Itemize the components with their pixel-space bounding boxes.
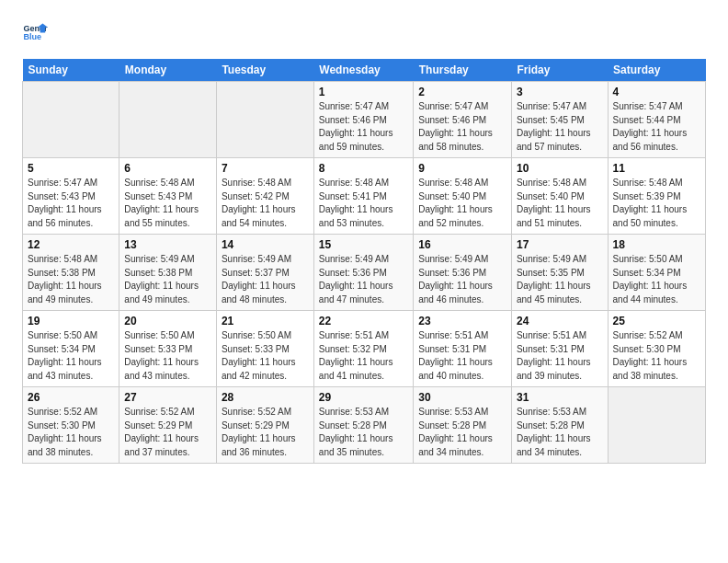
day-cell: 30Sunrise: 5:53 AM Sunset: 5:28 PM Dayli… (414, 387, 512, 464)
day-cell: 31Sunrise: 5:53 AM Sunset: 5:28 PM Dayli… (511, 387, 608, 464)
day-cell (608, 387, 705, 464)
day-cell: 25Sunrise: 5:52 AM Sunset: 5:30 PM Dayli… (608, 311, 705, 387)
day-number: 4 (613, 86, 700, 98)
day-number: 25 (613, 315, 700, 327)
day-number: 17 (517, 238, 603, 251)
day-cell: 29Sunrise: 5:53 AM Sunset: 5:28 PM Dayli… (313, 387, 413, 464)
day-info: Sunrise: 5:51 AM Sunset: 5:31 PM Dayligh… (418, 329, 506, 383)
day-info: Sunrise: 5:51 AM Sunset: 5:32 PM Dayligh… (319, 329, 408, 383)
day-info: Sunrise: 5:53 AM Sunset: 5:28 PM Dayligh… (418, 406, 506, 459)
day-info: Sunrise: 5:49 AM Sunset: 5:38 PM Dayligh… (124, 253, 211, 306)
week-row-3: 12Sunrise: 5:48 AM Sunset: 5:38 PM Dayli… (23, 235, 706, 311)
calendar-container: General Blue SundayMondayTuesdayWednesda… (0, 0, 728, 478)
day-number: 2 (418, 86, 506, 98)
day-cell: 20Sunrise: 5:50 AM Sunset: 5:33 PM Dayli… (119, 311, 217, 387)
day-info: Sunrise: 5:48 AM Sunset: 5:43 PM Dayligh… (124, 177, 211, 230)
day-info: Sunrise: 5:47 AM Sunset: 5:44 PM Dayligh… (613, 100, 700, 154)
day-info: Sunrise: 5:52 AM Sunset: 5:30 PM Dayligh… (613, 329, 700, 383)
day-cell: 27Sunrise: 5:52 AM Sunset: 5:29 PM Dayli… (119, 387, 217, 464)
day-info: Sunrise: 5:52 AM Sunset: 5:29 PM Dayligh… (124, 406, 211, 459)
day-info: Sunrise: 5:50 AM Sunset: 5:34 PM Dayligh… (28, 329, 114, 383)
day-number: 7 (222, 162, 309, 175)
day-cell: 18Sunrise: 5:50 AM Sunset: 5:34 PM Dayli… (608, 235, 705, 311)
column-header-monday: Monday (119, 59, 217, 82)
day-cell: 11Sunrise: 5:48 AM Sunset: 5:39 PM Dayli… (608, 158, 705, 235)
day-cell: 1Sunrise: 5:47 AM Sunset: 5:46 PM Daylig… (313, 82, 413, 158)
day-info: Sunrise: 5:47 AM Sunset: 5:43 PM Dayligh… (28, 177, 114, 230)
column-header-wednesday: Wednesday (313, 59, 413, 82)
day-cell: 26Sunrise: 5:52 AM Sunset: 5:30 PM Dayli… (23, 387, 119, 464)
day-cell: 12Sunrise: 5:48 AM Sunset: 5:38 PM Dayli… (23, 235, 119, 311)
column-header-tuesday: Tuesday (216, 59, 313, 82)
week-row-1: 1Sunrise: 5:47 AM Sunset: 5:46 PM Daylig… (23, 82, 706, 158)
day-info: Sunrise: 5:52 AM Sunset: 5:30 PM Dayligh… (28, 406, 114, 459)
day-cell: 14Sunrise: 5:49 AM Sunset: 5:37 PM Dayli… (216, 235, 313, 311)
day-info: Sunrise: 5:48 AM Sunset: 5:38 PM Dayligh… (28, 253, 114, 306)
day-number: 19 (28, 315, 114, 327)
day-cell (216, 82, 313, 158)
day-info: Sunrise: 5:50 AM Sunset: 5:33 PM Dayligh… (124, 329, 211, 383)
day-cell: 15Sunrise: 5:49 AM Sunset: 5:36 PM Dayli… (313, 235, 413, 311)
day-info: Sunrise: 5:50 AM Sunset: 5:34 PM Dayligh… (613, 253, 700, 306)
day-number: 11 (613, 162, 700, 175)
day-cell: 21Sunrise: 5:50 AM Sunset: 5:33 PM Dayli… (216, 311, 313, 387)
logo: General Blue (22, 18, 48, 44)
day-number: 26 (28, 391, 114, 404)
day-cell: 3Sunrise: 5:47 AM Sunset: 5:45 PM Daylig… (511, 82, 608, 158)
day-info: Sunrise: 5:48 AM Sunset: 5:42 PM Dayligh… (222, 177, 309, 230)
day-info: Sunrise: 5:49 AM Sunset: 5:37 PM Dayligh… (222, 253, 309, 306)
day-number: 29 (319, 391, 408, 404)
day-cell: 4Sunrise: 5:47 AM Sunset: 5:44 PM Daylig… (608, 82, 705, 158)
day-info: Sunrise: 5:48 AM Sunset: 5:40 PM Dayligh… (418, 177, 506, 230)
column-header-saturday: Saturday (608, 59, 705, 82)
day-number: 22 (319, 315, 408, 327)
day-info: Sunrise: 5:52 AM Sunset: 5:29 PM Dayligh… (222, 406, 309, 459)
day-number: 31 (517, 391, 603, 404)
day-number: 5 (28, 162, 114, 175)
svg-text:Blue: Blue (23, 32, 41, 41)
day-info: Sunrise: 5:47 AM Sunset: 5:45 PM Dayligh… (517, 100, 603, 154)
day-info: Sunrise: 5:48 AM Sunset: 5:41 PM Dayligh… (319, 177, 408, 230)
day-number: 15 (319, 238, 408, 251)
day-cell: 28Sunrise: 5:52 AM Sunset: 5:29 PM Dayli… (216, 387, 313, 464)
day-cell: 24Sunrise: 5:51 AM Sunset: 5:31 PM Dayli… (511, 311, 608, 387)
day-cell: 7Sunrise: 5:48 AM Sunset: 5:42 PM Daylig… (216, 158, 313, 235)
day-info: Sunrise: 5:48 AM Sunset: 5:40 PM Dayligh… (517, 177, 603, 230)
day-number: 16 (418, 238, 506, 251)
day-number: 24 (517, 315, 603, 327)
column-header-thursday: Thursday (414, 59, 512, 82)
logo-icon: General Blue (22, 18, 48, 44)
week-row-5: 26Sunrise: 5:52 AM Sunset: 5:30 PM Dayli… (23, 387, 706, 464)
day-info: Sunrise: 5:53 AM Sunset: 5:28 PM Dayligh… (517, 406, 603, 459)
day-cell: 19Sunrise: 5:50 AM Sunset: 5:34 PM Dayli… (23, 311, 119, 387)
day-number: 14 (222, 238, 309, 251)
day-cell: 16Sunrise: 5:49 AM Sunset: 5:36 PM Dayli… (414, 235, 512, 311)
day-info: Sunrise: 5:49 AM Sunset: 5:35 PM Dayligh… (517, 253, 603, 306)
day-info: Sunrise: 5:47 AM Sunset: 5:46 PM Dayligh… (418, 100, 506, 154)
day-number: 23 (418, 315, 506, 327)
day-cell (119, 82, 217, 158)
day-cell: 9Sunrise: 5:48 AM Sunset: 5:40 PM Daylig… (414, 158, 512, 235)
day-number: 30 (418, 391, 506, 404)
day-cell: 22Sunrise: 5:51 AM Sunset: 5:32 PM Dayli… (313, 311, 413, 387)
day-cell: 13Sunrise: 5:49 AM Sunset: 5:38 PM Dayli… (119, 235, 217, 311)
day-number: 6 (124, 162, 211, 175)
column-header-friday: Friday (511, 59, 608, 82)
week-row-2: 5Sunrise: 5:47 AM Sunset: 5:43 PM Daylig… (23, 158, 706, 235)
day-info: Sunrise: 5:49 AM Sunset: 5:36 PM Dayligh… (418, 253, 506, 306)
day-cell: 6Sunrise: 5:48 AM Sunset: 5:43 PM Daylig… (119, 158, 217, 235)
day-number: 9 (418, 162, 506, 175)
day-info: Sunrise: 5:49 AM Sunset: 5:36 PM Dayligh… (319, 253, 408, 306)
day-info: Sunrise: 5:47 AM Sunset: 5:46 PM Dayligh… (319, 100, 408, 154)
header: General Blue (22, 18, 706, 44)
day-number: 18 (613, 238, 700, 251)
day-number: 27 (124, 391, 211, 404)
day-number: 13 (124, 238, 211, 251)
day-cell: 23Sunrise: 5:51 AM Sunset: 5:31 PM Dayli… (414, 311, 512, 387)
day-cell: 17Sunrise: 5:49 AM Sunset: 5:35 PM Dayli… (511, 235, 608, 311)
day-number: 21 (222, 315, 309, 327)
day-number: 12 (28, 238, 114, 251)
day-cell: 5Sunrise: 5:47 AM Sunset: 5:43 PM Daylig… (23, 158, 119, 235)
day-number: 1 (319, 86, 408, 98)
day-info: Sunrise: 5:51 AM Sunset: 5:31 PM Dayligh… (517, 329, 603, 383)
